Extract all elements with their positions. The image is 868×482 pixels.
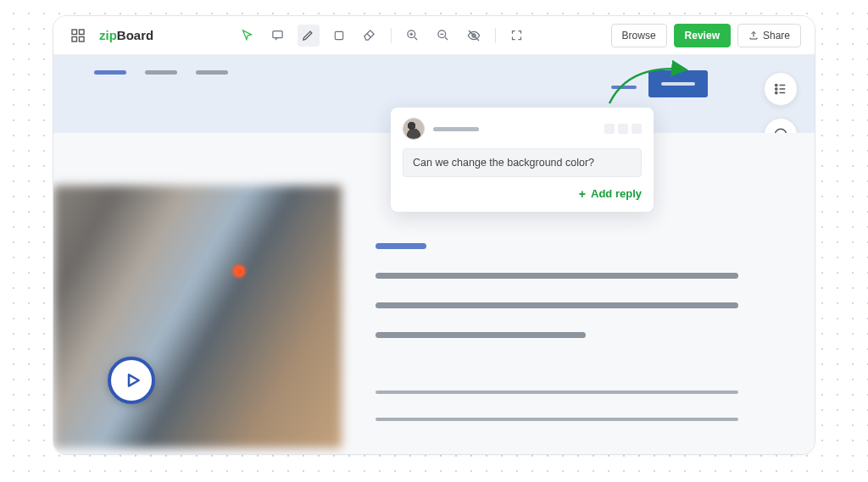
comment-header bbox=[403, 118, 642, 140]
primary-cta-button[interactable] bbox=[648, 70, 708, 97]
author-avatar[interactable] bbox=[403, 118, 425, 140]
zoom-in-tool[interactable] bbox=[402, 25, 424, 47]
video-thumbnail[interactable] bbox=[53, 186, 342, 448]
share-button[interactable]: Share bbox=[737, 24, 801, 47]
add-reply-button[interactable]: + Add reply bbox=[403, 187, 642, 200]
browse-label: Browse bbox=[622, 30, 656, 42]
toolbar-right-actions: Browse Review Share bbox=[611, 24, 801, 47]
subheader-skel bbox=[611, 86, 637, 89]
share-label: Share bbox=[763, 30, 790, 42]
paragraph-skel bbox=[376, 391, 738, 394]
pencil-tool[interactable] bbox=[298, 25, 320, 47]
heading-skel bbox=[376, 243, 426, 249]
add-reply-label: Add reply bbox=[591, 187, 642, 200]
top-toolbar: zipBoard bbox=[53, 16, 815, 55]
video-blur-bg bbox=[53, 186, 342, 448]
tab-active[interactable] bbox=[94, 70, 126, 75]
rectangle-tool[interactable] bbox=[328, 25, 350, 47]
comment-body: Can we change the background color? bbox=[403, 148, 642, 177]
review-label: Review bbox=[685, 30, 720, 42]
tab-item[interactable] bbox=[145, 70, 177, 75]
svg-rect-4 bbox=[273, 31, 282, 38]
svg-rect-2 bbox=[72, 36, 77, 42]
svg-point-9 bbox=[776, 84, 777, 86]
paragraph-skel bbox=[376, 332, 586, 338]
play-button[interactable] bbox=[108, 357, 155, 404]
hide-annotations-tool[interactable] bbox=[463, 25, 485, 47]
app-window: zipBoard bbox=[53, 15, 815, 455]
brand-part2: Board bbox=[117, 28, 153, 42]
svg-point-11 bbox=[776, 91, 777, 93]
annotation-tools-group bbox=[236, 25, 528, 47]
comment-actions[interactable] bbox=[604, 124, 642, 134]
svg-point-10 bbox=[776, 88, 777, 90]
tab-row bbox=[94, 70, 228, 75]
review-button[interactable]: Review bbox=[674, 24, 731, 47]
svg-rect-5 bbox=[335, 31, 342, 39]
browse-button[interactable]: Browse bbox=[611, 24, 667, 47]
brand-part1: zip bbox=[99, 28, 117, 42]
paragraph-skel bbox=[376, 418, 738, 421]
cta-label-skel bbox=[661, 82, 695, 86]
cursor-tool[interactable] bbox=[236, 25, 259, 47]
brand-logo[interactable]: zipBoard bbox=[99, 28, 153, 42]
paragraph-skel bbox=[376, 302, 738, 308]
share-icon bbox=[748, 30, 759, 41]
eraser-tool[interactable] bbox=[359, 25, 381, 47]
svg-rect-0 bbox=[72, 30, 77, 35]
task-list-button[interactable] bbox=[764, 72, 798, 106]
comment-popover: Can we change the background color? + Ad… bbox=[391, 108, 654, 212]
play-icon bbox=[125, 371, 142, 390]
svg-rect-1 bbox=[80, 30, 85, 35]
zoom-out-tool[interactable] bbox=[432, 25, 454, 47]
author-name-skel bbox=[433, 127, 479, 131]
tool-separator bbox=[391, 28, 392, 43]
paragraph-skel bbox=[376, 273, 738, 279]
tab-item[interactable] bbox=[196, 70, 228, 75]
svg-rect-3 bbox=[80, 36, 85, 42]
apps-grid-icon[interactable] bbox=[67, 25, 89, 47]
plus-icon: + bbox=[579, 188, 586, 200]
fullscreen-tool[interactable] bbox=[506, 25, 528, 47]
tool-separator bbox=[495, 28, 496, 43]
comment-tool[interactable] bbox=[267, 25, 289, 47]
content-text-column bbox=[376, 243, 815, 454]
annotation-pin[interactable] bbox=[233, 265, 245, 277]
